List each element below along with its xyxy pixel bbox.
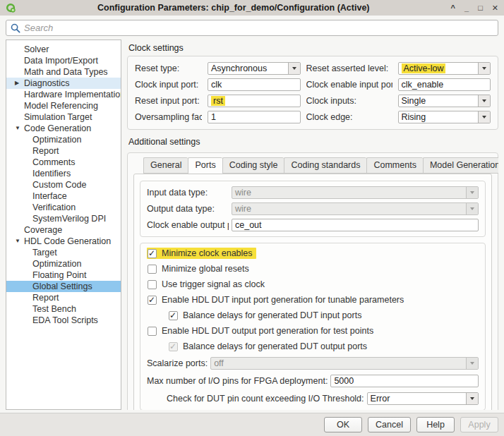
dropdown-arrow-icon[interactable] [466,393,478,404]
dropdown-arrow-icon[interactable] [478,95,490,107]
sidebar-item-label: Global Settings [32,281,92,291]
cancel-button[interactable]: Cancel [368,417,411,432]
sidebar-item-comments[interactable]: Comments [6,157,121,168]
dropdown-reset-type[interactable]: Asynchronous [208,62,301,75]
sidebar-item-model-referencing[interactable]: Model Referencing [6,100,121,111]
checkbox-balance-delays-for-generated-dut-input-ports[interactable] [169,311,178,320]
input-oversampling-factor[interactable]: 1 [208,111,301,123]
sidebar-item-label: Optimization [32,135,81,145]
checkbox-enable-hdl-dut-input-port-generation-for-tunable-parameters[interactable] [148,296,157,305]
form-row-output-data-type: Output data type:wire [147,202,479,215]
label-max-number-of-i-o-pins-for-fpga-deployment: Max number of I/O pins for FPGA deployme… [147,376,328,386]
checkbox-label: Enable HDL DUT input port generation for… [162,295,404,305]
tree-collapsed-icon[interactable]: ▶ [15,78,19,89]
dropdown-reset-asserted-level[interactable]: Active-low [398,62,491,75]
label-oversampling-factor: Oversampling factor: [135,112,202,122]
value-text: wire [232,204,466,214]
clock-settings-title: Clock settings [128,43,498,53]
value-text: rst [208,96,300,106]
tab-model-generation[interactable]: Model Generation [423,157,498,174]
sidebar-item-label: Hardware Implementation [24,90,121,99]
sidebar-item-label: EDA Tool Scripts [32,315,98,325]
input-max-number-of-i-o-pins-for-fpga-deployment[interactable]: 5000 [330,375,479,387]
sidebar-item-label: Interface [32,191,67,201]
dropdown-clock-inputs[interactable]: Single [398,95,491,107]
close-icon[interactable]: ✕ [492,3,498,13]
input-clock-input-port[interactable]: clk [208,78,301,91]
value-text: 5000 [331,376,478,386]
tree-expanded-icon[interactable]: ▼ [15,123,20,134]
maximize-icon[interactable]: □ [478,3,483,13]
minimize-icon[interactable]: _ [464,3,469,13]
dropdown-clock-edge[interactable]: Rising [398,111,491,123]
sidebar-item-report[interactable]: Report [6,292,121,303]
sidebar-item-interface[interactable]: Interface [6,190,121,202]
sidebar-item-report[interactable]: Report [6,145,121,157]
sidebar-item-global-settings[interactable]: Global Settings [6,281,121,292]
search-box[interactable] [6,20,498,36]
sidebar-item-eda-tool-scripts[interactable]: EDA Tool Scripts [6,315,121,326]
dropdown-input-data-type: wire [232,186,479,199]
label-clock-edge: Clock edge: [306,112,392,122]
sidebar-item-label: Code Generation [24,123,91,133]
sidebar-item-data-import-export[interactable]: Data Import/Export [6,55,121,66]
input-clock-enable-output-port[interactable]: ce_out [232,219,479,231]
tab-general[interactable]: General [143,157,188,174]
dropdown-check-for-dut-pin-count-exceeding-i-o-threshold[interactable]: Error [367,392,479,405]
sidebar-item-hdl-code-generation[interactable]: ▼HDL Code Generation [6,236,121,247]
checkbox-balance-delays-for-generated-dut-output-ports [169,342,178,351]
sidebar-item-floating-point[interactable]: Floating Point [6,270,121,281]
dropdown-arrow-icon[interactable] [478,111,490,123]
label-reset-type: Reset type: [135,63,202,73]
tree-expanded-icon[interactable]: ▼ [15,236,20,247]
checkbox-row-enable-hdl-dut-output-port-generation-for-test-points: Enable HDL DUT output port generation fo… [147,326,479,336]
sidebar-item-custom-code[interactable]: Custom Code [6,179,121,190]
shade-icon[interactable]: ^ [451,3,455,13]
value-text: clk_enable [399,80,491,90]
sidebar-item-target[interactable]: Target [6,247,121,258]
dropdown-arrow-icon[interactable] [288,63,300,74]
tab-coding-style[interactable]: Coding style [222,157,284,174]
sidebar-item-identifiers[interactable]: Identifiers [6,168,121,179]
sidebar-item-code-generation[interactable]: ▼Code Generation [6,123,121,134]
checkbox-minimize-clock-enables[interactable] [148,249,157,258]
sidebar-item-optimization[interactable]: Optimization [6,258,121,270]
dropdown-arrow-icon[interactable] [478,63,490,74]
help-button[interactable]: Help [416,417,455,432]
sidebar-item-simulation-target[interactable]: Simulation Target [6,111,121,123]
sidebar-item-solver[interactable]: Solver [6,44,121,55]
sidebar-item-label: Custom Code [32,180,86,190]
sidebar-item-hardware-implementation[interactable]: Hardware Implementation [6,89,121,100]
port-types-panel: Input data type:wireOutput data type:wir… [140,181,486,237]
form-row-scalarize-ports: Scalarize ports:off [147,357,479,370]
tab-comments[interactable]: Comments [366,157,422,174]
sidebar-item-label: Target [32,248,57,258]
value-text: off [211,358,466,368]
sidebar-item-coverage[interactable]: Coverage [6,224,121,236]
search-input[interactable] [24,23,493,33]
sidebar-item-math-and-data-types[interactable]: Math and Data Types [6,66,121,78]
clock-settings-group: Reset type:AsynchronousReset asserted le… [127,56,498,130]
sidebar-item-label: Data Import/Export [24,56,98,66]
sidebar-item-test-bench[interactable]: Test Bench [6,303,121,315]
tab-coding-standards[interactable]: Coding standards [284,157,366,174]
sidebar-item-optimization[interactable]: Optimization [6,134,121,145]
input-clock-enable-input-port[interactable]: clk_enable [398,78,491,91]
form-row-check-for-dut-pin-count-exceeding-i-o-threshold: Check for DUT pin count exceeding I/O Th… [147,392,479,405]
sidebar-item-diagnostics[interactable]: ▶Diagnostics [6,78,121,89]
sidebar-item-label: SystemVerilog DPI [32,214,106,224]
input-reset-input-port[interactable]: rst [208,95,301,107]
checkbox-enable-hdl-dut-output-port-generation-for-test-points[interactable] [148,327,157,336]
checkbox-minimize-global-resets[interactable] [148,265,157,274]
ok-button[interactable]: OK [324,417,362,432]
dialog-footer: OKCancelHelpApply [0,413,504,436]
sidebar-item-verification[interactable]: Verification [6,202,121,213]
label-clock-input-port: Clock input port: [135,80,202,90]
triangle-down-icon [470,397,474,400]
sidebar-item-label: Diagnostics [24,78,70,88]
tab-ports[interactable]: Ports [188,157,222,174]
sidebar-item-systemverilog-dpi[interactable]: SystemVerilog DPI [6,213,121,224]
checkbox-use-trigger-signal-as-clock[interactable] [148,280,157,289]
sidebar-item-label: Comments [32,157,75,167]
form-row-input-data-type: Input data type:wire [147,186,479,199]
